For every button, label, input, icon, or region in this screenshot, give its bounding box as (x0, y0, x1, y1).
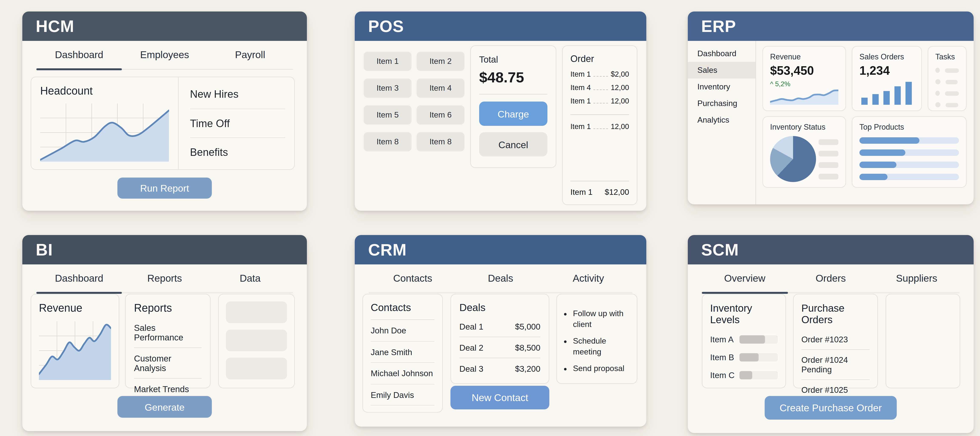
deal-row[interactable]: Deal 3 $3,200 (460, 358, 540, 379)
hcm-tab-employees[interactable]: Employees (122, 41, 207, 69)
deal-name: Deal 1 (460, 322, 484, 331)
crm-tab-contacts[interactable]: Contacts (369, 264, 457, 292)
purchase-orders-panel: Purchase Orders Order #1023 Order #1024 … (793, 294, 878, 388)
hcm-tab-dashboard[interactable]: Dashboard (37, 41, 122, 69)
revenue-delta-up: ^ 5,2% (770, 80, 838, 88)
pos-app-window: POS Item 1 Item 2 Item 3 Item 4 Item 5 I… (355, 11, 646, 211)
purchase-order-row-1024[interactable]: Order #1024 Pending (801, 349, 870, 379)
product-progress-track (859, 174, 959, 180)
purchase-order-status: Pending (801, 365, 870, 374)
hcm-quick-links: New Hires Time Off Benefits (178, 77, 294, 169)
crm-tab-activity[interactable]: Activity (544, 264, 632, 292)
order-total-name: Item 1 (570, 188, 592, 197)
bi-tab-data[interactable]: Data (207, 264, 293, 292)
order-item-price: 12,00 (611, 97, 629, 105)
hcm-tab-payroll[interactable]: Payroll (207, 41, 293, 69)
task-skeleton-bar (945, 102, 958, 107)
bi-tab-dashboard[interactable]: Dashboard (37, 264, 122, 292)
task-skeleton-row (935, 91, 959, 96)
pos-item-button-4[interactable]: Item 4 (417, 78, 465, 98)
inventory-level-track (740, 371, 778, 379)
erp-app-title: ERP (701, 16, 736, 36)
tasks-card: Tasks (928, 46, 967, 111)
deal-row[interactable]: Deal 2 $8,500 (460, 337, 540, 358)
erp-sidebar-item-sales[interactable]: Sales (688, 62, 756, 78)
pos-item-button-8[interactable]: Item 8 (417, 132, 465, 152)
generate-button[interactable]: Generate (118, 396, 212, 418)
create-purchase-order-button[interactable]: Create Purchase Order (765, 396, 897, 420)
task-bullet-dot (935, 102, 940, 107)
order-line-item: Item 4 12,00 (570, 84, 629, 92)
run-report-button[interactable]: Run Report (118, 177, 212, 199)
scm-header-bar: SCM (688, 235, 974, 264)
erp-app-window: ERP Dashboard Sales Inventory Purchasing… (688, 11, 974, 204)
contact-row-emily-davis[interactable]: Emily Davis (371, 384, 434, 406)
scm-app-title: SCM (701, 240, 739, 260)
dotted-leader (593, 128, 608, 129)
skeleton-bar (819, 139, 838, 145)
pos-total-panel: Total $48.75 Charge Cancel (470, 45, 556, 168)
activity-item: Send proposal (573, 363, 629, 374)
inventory-legend-skeleton (819, 139, 838, 179)
cancel-button[interactable]: Cancel (479, 132, 547, 157)
report-item-sales-performance[interactable]: Sales Performance (134, 318, 202, 347)
pos-item-button-2[interactable]: Item 2 (417, 52, 465, 71)
bi-tab-reports[interactable]: Reports (122, 264, 207, 292)
task-bullet-dot (935, 79, 940, 84)
crm-tab-deals[interactable]: Deals (457, 264, 544, 292)
crm-contacts-panel: Contacts John Doe Jane Smith Michael Joh… (363, 294, 443, 413)
erp-sidebar-item-dashboard[interactable]: Dashboard (688, 45, 756, 62)
activity-list: Follow up with client Schedule meeting S… (563, 308, 629, 374)
order-item-price: 12,00 (611, 123, 629, 130)
inventory-levels-title: Inventory Levels (710, 303, 778, 326)
pos-item-button-1[interactable]: Item 1 (364, 52, 412, 71)
pos-item-button-6[interactable]: Item 6 (417, 105, 465, 125)
hcm-tab-bar: Dashboard Employees Payroll (37, 41, 293, 70)
crm-tab-bar: Contacts Deals Activity (369, 264, 632, 293)
erp-sidebar-item-analytics[interactable]: Analytics (688, 112, 756, 128)
pos-item-button-5[interactable]: Item 5 (364, 105, 412, 125)
task-bullet-dot (935, 68, 940, 73)
scm-tab-overview[interactable]: Overview (702, 264, 788, 292)
activity-item: Schedule meeting (573, 336, 629, 357)
contact-row-jane-smith[interactable]: Jane Smith (371, 342, 434, 363)
purchase-order-row-1023[interactable]: Order #1023 (801, 329, 870, 349)
top-products-title: Top Products (859, 123, 959, 132)
order-line-item: Item 1 12,00 (570, 97, 629, 105)
crm-app-window: CRM Contacts Deals Activity Contacts Joh… (355, 235, 646, 426)
inventory-item-label: Item B (710, 353, 740, 362)
erp-sidebar-item-purchasing[interactable]: Purchasing (688, 95, 756, 112)
order-line-item: Item 1 12,00 (570, 123, 629, 131)
new-contact-button[interactable]: New Contact (450, 386, 549, 409)
hcm-link-benefits[interactable]: Benefits (190, 137, 285, 167)
bi-reports-title: Reports (134, 302, 202, 315)
task-skeleton-row (935, 68, 959, 73)
task-skeleton-bar (945, 80, 958, 84)
activity-item: Follow up with client (573, 308, 629, 330)
contact-row-michael-johnson[interactable]: Michael Johnson (371, 363, 434, 384)
bi-revenue-area-chart (39, 321, 111, 380)
inventory-status-title: Inventory Status (770, 123, 838, 132)
deal-row[interactable]: Deal 1 $5,000 (460, 316, 540, 337)
skeleton-bar (819, 162, 838, 168)
erp-sidebar: Dashboard Sales Inventory Purchasing Ana… (688, 41, 756, 204)
report-item-customer-analysis[interactable]: Customer Analysis (134, 347, 202, 378)
hcm-link-time-off[interactable]: Time Off (190, 109, 285, 137)
pos-item-button-7[interactable]: Item 8 (364, 132, 412, 152)
scm-tab-orders[interactable]: Orders (788, 264, 873, 292)
charge-button[interactable]: Charge (479, 102, 547, 126)
bi-revenue-panel: Revenue (30, 294, 119, 388)
bi-app-window: BI Dashboard Reports Data Revenue Report… (22, 235, 307, 431)
sales-orders-title: Sales Orders (859, 53, 914, 61)
divider (570, 114, 629, 115)
erp-sidebar-item-inventory[interactable]: Inventory (688, 78, 756, 95)
pos-item-button-3[interactable]: Item 3 (364, 78, 412, 98)
hcm-link-new-hires[interactable]: New Hires (190, 80, 285, 109)
inventory-level-track (740, 335, 778, 343)
scm-tab-suppliers[interactable]: Suppliers (873, 264, 959, 292)
contact-row-john-doe[interactable]: John Doe (371, 320, 434, 342)
scm-tab-bar: Overview Orders Suppliers (702, 264, 959, 293)
purchase-order-number: Order #1023 (801, 335, 848, 344)
order-line-item: Item 1 $2,00 (570, 70, 629, 78)
product-progress-fill (859, 174, 887, 180)
